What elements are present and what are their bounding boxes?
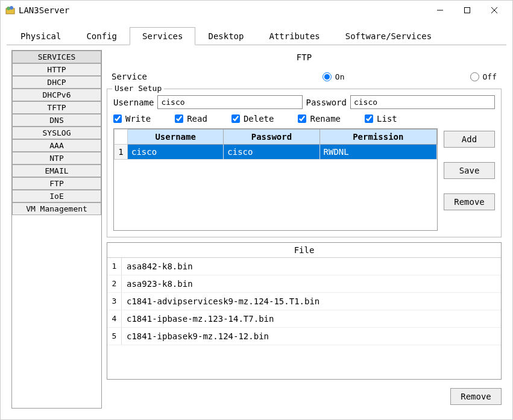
app-icon [5,5,15,15]
table-corner [115,130,128,145]
service-off-radio[interactable]: Off [470,72,497,81]
services-sidebar[interactable]: SERVICES HTTP DHCP DHCPv6 TFTP DNS SYSLO… [11,50,102,409]
users-table[interactable]: Username Password Permission 1 cisco cis… [113,128,438,231]
tab-config[interactable]: Config [74,27,130,45]
tab-attributes[interactable]: Attributes [256,27,332,45]
tab-desktop[interactable]: Desktop [195,27,256,45]
svg-rect-4 [464,8,470,13]
sidebar-header: SERVICES [12,51,101,63]
add-button[interactable]: Add [444,131,495,148]
service-on-radio[interactable]: On [323,72,345,81]
perm-write-checkbox[interactable]: Write [113,114,151,124]
file-row[interactable]: 3c1841-advipservicesk9-mz.124-15.T1.bin [107,293,501,310]
content-area: SERVICES HTTP DHCP DHCPv6 TFTP DNS SYSLO… [7,45,506,413]
radio-off-input[interactable] [470,72,479,81]
minimize-button[interactable] [426,1,453,19]
close-button[interactable] [480,1,508,19]
sidebar-item-dhcp[interactable]: DHCP [12,76,101,89]
table-row[interactable]: 1 cisco cisco RWDNL [115,145,437,160]
perm-read-checkbox[interactable]: Read [175,114,207,124]
sidebar-item-aaa[interactable]: AAA [12,139,101,152]
username-input[interactable] [157,95,302,109]
file-row[interactable]: 2asa923-k8.bin [107,275,501,293]
sidebar-item-ftp[interactable]: FTP [12,177,101,190]
sidebar-item-ioe[interactable]: IoE [12,190,101,202]
file-row[interactable]: 5c1841-ipbasek9-mz.124-12.bin [107,328,501,345]
panel-title: FTP [107,50,502,64]
col-permission[interactable]: Permission [319,130,436,145]
col-password[interactable]: Password [224,130,319,145]
svg-point-2 [10,6,13,10]
user-setup-fieldset: User Setup Username Password Write Read … [107,89,502,237]
svg-point-1 [7,7,10,10]
tab-services[interactable]: Services [130,27,195,45]
password-input[interactable] [350,95,495,109]
tab-bar: Physical Config Services Desktop Attribu… [1,27,512,45]
remove-user-button[interactable]: Remove [444,193,495,210]
maximize-button[interactable] [453,1,480,19]
titlebar: LAN3Server [1,1,512,20]
tab-physical[interactable]: Physical [8,27,74,45]
col-username[interactable]: Username [128,130,224,145]
file-row[interactable]: 4c1841-ipbase-mz.123-14.T7.bin [107,310,501,328]
perm-rename-checkbox[interactable]: Rename [298,114,341,124]
radio-on-input[interactable] [323,72,332,81]
username-label: Username [113,98,154,107]
app-window: LAN3Server Physical Config Services Desk… [0,0,513,420]
sidebar-item-tftp[interactable]: TFTP [12,101,101,114]
service-toggle-row: Service On Off [107,69,502,84]
sidebar-item-ntp[interactable]: NTP [12,152,101,165]
sidebar-item-vm-management[interactable]: VM Management [12,202,101,215]
user-setup-legend: User Setup [112,84,164,93]
service-label: Service [112,72,147,81]
tab-software-services[interactable]: Software/Services [333,27,444,45]
main-panel: FTP Service On Off User Setup [107,50,502,409]
file-list[interactable]: File 1asa842-k8.bin 2asa923-k8.bin 3c184… [107,242,502,380]
remove-file-button[interactable]: Remove [450,388,502,405]
window-title: LAN3Server [19,5,426,15]
sidebar-item-http[interactable]: HTTP [12,63,101,76]
password-label: Password [306,98,347,107]
file-header: File [107,243,501,258]
file-row[interactable]: 1asa842-k8.bin [107,258,501,275]
perm-delete-checkbox[interactable]: Delete [231,114,274,124]
perm-list-checkbox[interactable]: List [365,114,397,124]
sidebar-item-dns[interactable]: DNS [12,114,101,127]
save-button[interactable]: Save [444,162,495,179]
sidebar-item-syslog[interactable]: SYSLOG [12,127,101,139]
sidebar-item-dhcpv6[interactable]: DHCPv6 [12,89,101,101]
sidebar-item-email[interactable]: EMAIL [12,165,101,177]
